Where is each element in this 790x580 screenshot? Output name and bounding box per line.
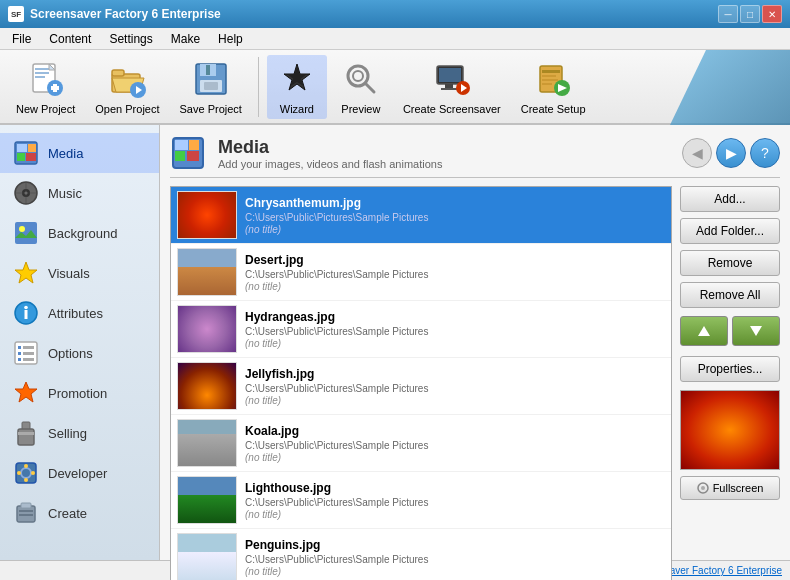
svg-rect-25 (441, 88, 457, 90)
svg-rect-7 (51, 86, 59, 90)
sidebar-item-developer[interactable]: Developer (0, 453, 159, 493)
move-down-button[interactable] (732, 316, 780, 346)
svg-rect-73 (175, 140, 188, 150)
svg-rect-52 (18, 346, 21, 349)
create-screensaver-button[interactable]: Create Screensaver (395, 55, 509, 119)
nav-forward-button[interactable]: ▶ (716, 138, 746, 168)
svg-point-65 (24, 478, 28, 482)
preview-label: Preview (341, 103, 380, 115)
save-project-button[interactable]: Save Project (172, 55, 250, 119)
menu-help[interactable]: Help (210, 30, 251, 48)
selling-icon (12, 419, 40, 447)
sidebar-item-create[interactable]: Create (0, 493, 159, 533)
options-icon (12, 339, 40, 367)
move-buttons (680, 316, 780, 346)
properties-button[interactable]: Properties... (680, 356, 780, 382)
svg-rect-30 (542, 75, 556, 77)
move-up-button[interactable] (680, 316, 728, 346)
add-folder-button[interactable]: Add Folder... (680, 218, 780, 244)
maximize-button[interactable]: □ (740, 5, 760, 23)
svg-rect-61 (18, 432, 34, 435)
create-icon (12, 499, 40, 527)
minimize-button[interactable]: ─ (718, 5, 738, 23)
svg-point-64 (24, 464, 28, 468)
create-setup-icon (533, 59, 573, 99)
file-item-jellyfish[interactable]: Jellyfish.jpg C:\Users\Public\Pictures\S… (171, 358, 671, 415)
sidebar-item-options[interactable]: Options (0, 333, 159, 373)
svg-rect-60 (18, 429, 34, 445)
svg-rect-2 (35, 72, 49, 74)
sidebar-item-promotion[interactable]: Promotion (0, 373, 159, 413)
svg-rect-54 (18, 352, 21, 355)
thumb-penguins (177, 533, 237, 580)
help-button[interactable]: ? (750, 138, 780, 168)
sidebar-item-visuals[interactable]: Visuals (0, 253, 159, 293)
file-name: Hydrangeas.jpg (245, 310, 428, 324)
svg-rect-37 (28, 144, 36, 152)
new-project-label: New Project (16, 103, 75, 115)
svg-line-20 (365, 83, 374, 92)
file-title: (no title) (245, 281, 428, 292)
menu-content[interactable]: Content (41, 30, 99, 48)
create-setup-button[interactable]: Create Setup (513, 55, 594, 119)
file-item-chrysanthemum[interactable]: Chrysanthemum.jpg C:\Users\Public\Pictur… (171, 187, 671, 244)
file-item-koala[interactable]: Koala.jpg C:\Users\Public\Pictures\Sampl… (171, 415, 671, 472)
file-item-lighthouse[interactable]: Lighthouse.jpg C:\Users\Public\Pictures\… (171, 472, 671, 529)
file-info-penguins: Penguins.jpg C:\Users\Public\Pictures\Sa… (245, 538, 428, 577)
sidebar-item-attributes[interactable]: Attributes (0, 293, 159, 333)
menu-file[interactable]: File (4, 30, 39, 48)
svg-rect-24 (445, 84, 453, 88)
music-icon (12, 179, 40, 207)
sidebar-item-music[interactable]: Music (0, 173, 159, 213)
visuals-label: Visuals (48, 266, 90, 281)
svg-rect-45 (15, 222, 37, 244)
file-name: Jellyfish.jpg (245, 367, 428, 381)
selling-label: Selling (48, 426, 87, 441)
menu-settings[interactable]: Settings (101, 30, 160, 48)
file-item-penguins[interactable]: Penguins.jpg C:\Users\Public\Pictures\Sa… (171, 529, 671, 580)
sidebar-item-background[interactable]: Background (0, 213, 159, 253)
file-list[interactable]: Chrysanthemum.jpg C:\Users\Public\Pictur… (170, 186, 672, 580)
create-label: Create (48, 506, 87, 521)
preview-thumbnail (680, 390, 780, 470)
file-title: (no title) (245, 509, 428, 520)
open-project-label: Open Project (95, 103, 159, 115)
fullscreen-icon (697, 482, 709, 494)
file-name: Desert.jpg (245, 253, 428, 267)
header-nav: ◀ ▶ ? (682, 138, 780, 168)
svg-rect-75 (175, 151, 185, 161)
remove-button[interactable]: Remove (680, 250, 780, 276)
file-name: Chrysanthemum.jpg (245, 196, 428, 210)
fullscreen-button[interactable]: Fullscreen (680, 476, 780, 500)
remove-all-button[interactable]: Remove All (680, 282, 780, 308)
svg-marker-47 (15, 262, 37, 283)
toolbar: New Project Open Project Save Projec (0, 50, 790, 125)
app-title: Screensaver Factory 6 Enterprise (30, 7, 221, 21)
menu-make[interactable]: Make (163, 30, 208, 48)
sidebar-item-media[interactable]: Media (0, 133, 159, 173)
wizard-button[interactable]: Wizard (267, 55, 327, 119)
file-item-hydrangeas[interactable]: Hydrangeas.jpg C:\Users\Public\Pictures\… (171, 301, 671, 358)
save-project-icon (191, 59, 231, 99)
media-label: Media (48, 146, 83, 161)
close-button[interactable]: ✕ (762, 5, 782, 23)
file-path: C:\Users\Public\Pictures\Sample Pictures (245, 383, 428, 394)
thumb-koala (177, 419, 237, 467)
file-info-jellyfish: Jellyfish.jpg C:\Users\Public\Pictures\S… (245, 367, 428, 406)
add-button[interactable]: Add... (680, 186, 780, 212)
svg-rect-39 (26, 153, 36, 161)
svg-point-46 (19, 226, 25, 232)
file-item-desert[interactable]: Desert.jpg C:\Users\Public\Pictures\Samp… (171, 244, 671, 301)
file-info-hydrangeas: Hydrangeas.jpg C:\Users\Public\Pictures\… (245, 310, 428, 349)
file-name: Penguins.jpg (245, 538, 428, 552)
svg-point-66 (17, 471, 21, 475)
developer-icon (12, 459, 40, 487)
preview-button[interactable]: Preview (331, 55, 391, 119)
new-project-button[interactable]: New Project (8, 55, 83, 119)
svg-rect-9 (112, 70, 124, 76)
attributes-label: Attributes (48, 306, 103, 321)
sidebar-item-selling[interactable]: Selling (0, 413, 159, 453)
open-project-button[interactable]: Open Project (87, 55, 167, 119)
nav-back-button[interactable]: ◀ (682, 138, 712, 168)
svg-rect-69 (21, 503, 31, 508)
